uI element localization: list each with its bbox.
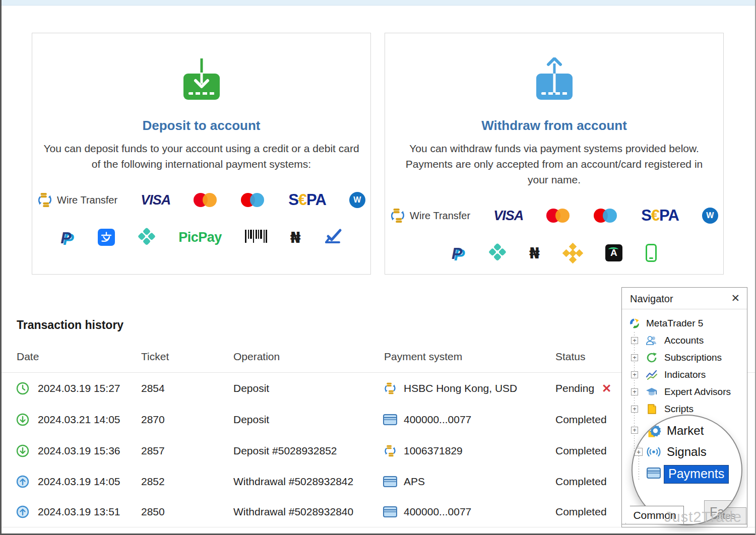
bank-card-icon (383, 414, 397, 426)
wire-transfer-icon (383, 445, 397, 457)
deposit-methods-row-2: PP PicPay ₦ (32, 226, 370, 248)
metatrader5-logo-icon (628, 317, 641, 329)
maestro-icon (594, 209, 618, 223)
naira-icon: ₦ (529, 244, 540, 262)
deposit-card[interactable]: Deposit to account You can deposit funds… (32, 33, 371, 275)
wire-transfer-label: Wire Transfer (410, 210, 470, 222)
column-header-ticket: Ticket (141, 347, 169, 367)
cell-payment-system: HSBC Hong Kong, USD (404, 376, 517, 400)
expand-plus-icon[interactable]: + (631, 388, 638, 395)
indicators-icon (646, 369, 658, 381)
withdraw-methods-row-2: PP ₦ A (385, 242, 723, 264)
picpay-icon: PicPay (178, 230, 222, 245)
page-border-left (0, 0, 2, 535)
expand-plus-icon[interactable]: + (631, 427, 638, 434)
navigator-titlebar: Navigator ✕ (622, 288, 747, 309)
sepa-icon: S€PA (288, 191, 326, 209)
close-icon[interactable]: ✕ (731, 292, 740, 304)
wire-transfer-icon (383, 382, 397, 394)
column-header-payment-system: Payment system (384, 347, 462, 367)
cell-payment-system: 400000...0077 (404, 408, 471, 432)
column-header-date: Date (17, 347, 39, 367)
pix-icon (487, 243, 507, 262)
paypal-icon: PP (452, 244, 466, 261)
wire-transfer-icon: Wire Transfer (37, 192, 117, 208)
webmoney-icon: W (702, 208, 718, 224)
maestro-icon (241, 193, 265, 207)
boleto-barcode-icon (245, 229, 267, 246)
top-strip (0, 0, 756, 6)
cell-payment-system: 400000...0077 (404, 500, 471, 524)
cell-operation: Deposit (233, 376, 269, 400)
bank-card-icon (383, 476, 397, 488)
paypal-icon: PP (60, 229, 75, 246)
sidebar-item-expert-advisors[interactable]: + Expert Advisors (622, 384, 747, 399)
navigator-title: Navigator (630, 293, 673, 305)
deposit-arrow-icon (16, 444, 29, 457)
afriex-icon: A (605, 244, 622, 261)
cell-payment-system: APS (404, 470, 425, 494)
deposit-methods-row-1: Wire Transfer VISA S€PA W (32, 189, 370, 211)
withdraw-card[interactable]: Withdraw from account You can withdraw f… (385, 33, 724, 275)
cell-status: Completed (555, 408, 607, 432)
cell-ticket: 2870 (141, 408, 165, 432)
cell-ticket: 2850 (141, 500, 165, 524)
sepa-icon: S€PA (641, 207, 679, 225)
cell-payment-system: 1006371829 (404, 439, 463, 463)
deposit-arrow-icon (16, 413, 29, 426)
cell-status: Completed (555, 439, 607, 463)
mobile-phone-icon (646, 244, 657, 262)
naira-icon: ₦ (290, 229, 301, 246)
cancel-x-icon[interactable]: ✕ (602, 376, 611, 400)
cell-date: 2024.03.21 14:05 (38, 408, 120, 432)
visa-icon: VISA (141, 192, 170, 208)
payments-icon (647, 466, 661, 480)
sidebar-item-payments[interactable]: Payments (633, 465, 742, 482)
expand-plus-icon[interactable]: + (631, 337, 638, 344)
expand-plus-icon[interactable]: + (631, 371, 638, 378)
payments-selected-label[interactable]: Payments (664, 465, 729, 484)
alipay-icon (98, 229, 115, 246)
cell-date: 2024.03.19 13:51 (38, 500, 120, 524)
expand-plus-icon[interactable]: + (631, 406, 638, 413)
cell-date: 2024.03.19 15:27 (38, 376, 120, 400)
column-header-status: Status (555, 347, 586, 367)
pix-icon (137, 227, 157, 247)
sidebar-item-subscriptions[interactable]: + Subscriptions (622, 350, 747, 365)
subscriptions-icon (646, 352, 658, 364)
cell-operation: Deposit (233, 408, 269, 432)
cell-ticket: 2857 (141, 439, 165, 463)
deposit-description: You can deposit funds to your account us… (43, 141, 360, 172)
accounts-icon (646, 335, 658, 347)
expand-plus-icon[interactable]: + (631, 354, 638, 361)
withdraw-arrow-icon (16, 505, 29, 518)
deposit-card-icon (182, 57, 221, 103)
bank-card-icon (383, 506, 397, 518)
mastercard-icon (194, 193, 218, 207)
cell-operation: Deposit #5028932852 (233, 439, 337, 463)
pending-clock-icon (16, 382, 29, 395)
sidebar-item-signals[interactable]: + Signals (633, 444, 742, 461)
cell-status: Completed (555, 500, 607, 524)
wire-transfer-icon: Wire Transfer (390, 208, 470, 223)
cell-date: 2024.03.19 15:36 (38, 439, 120, 463)
navigator-root-metatrader5[interactable]: MetaTrader 5 (622, 316, 747, 331)
withdraw-arrow-icon (16, 475, 29, 488)
cell-date: 2024.03.19 14:05 (38, 470, 120, 494)
webmoney-icon: W (349, 192, 365, 208)
deposit-title: Deposit to account (32, 118, 370, 133)
cell-status: Completed (555, 470, 607, 494)
sidebar-item-accounts[interactable]: + Accounts (622, 333, 747, 348)
withdraw-title: Withdraw from account (385, 118, 723, 133)
check-icon (324, 228, 342, 246)
expand-plus-icon[interactable]: + (635, 448, 643, 456)
column-header-operation: Operation (233, 347, 280, 367)
signals-icon (647, 445, 661, 459)
cell-operation: Withdrawal #5028932840 (233, 500, 353, 524)
cell-ticket: 2852 (141, 470, 165, 494)
cell-status: Pending (555, 376, 594, 400)
sidebar-item-indicators[interactable]: + Indicators (622, 367, 747, 382)
withdraw-methods-row-1: Wire Transfer VISA S€PA W (385, 205, 723, 227)
withdraw-description: You can withdraw funds via payment syste… (396, 141, 713, 187)
cell-operation: Withdrawal #5028932842 (233, 470, 353, 494)
